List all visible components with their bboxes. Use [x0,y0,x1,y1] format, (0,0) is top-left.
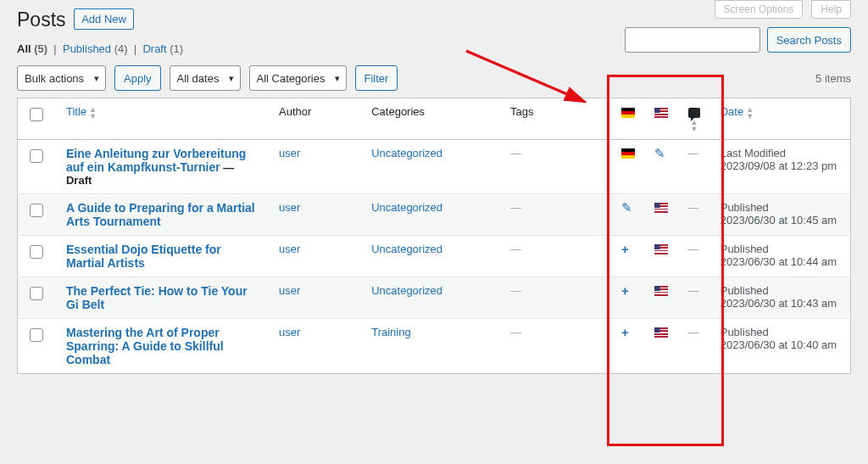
col-lang-us[interactable] [646,98,679,140]
comments-value: — [688,147,699,159]
tags-value: — [510,201,521,214]
tags-value: — [510,243,521,255]
row-checkbox[interactable] [30,328,43,342]
flag-de-icon [621,148,635,159]
flag-de-icon [621,108,635,118]
table-row: Essential Dojo Etiquette for Martial Art… [18,235,851,277]
sort-icon: ▲▼ [746,106,754,120]
col-categories[interactable]: Categories [363,98,502,140]
lang-us-cell[interactable] [646,235,679,277]
category-link[interactable]: Uncategorized [371,201,442,214]
post-title-link[interactable]: The Perfect Tie: How to Tie Your Gi Belt [66,284,248,311]
col-comments[interactable]: ▲▼ [680,98,712,140]
row-checkbox[interactable] [30,204,43,217]
search-input[interactable] [625,27,760,53]
post-title-link[interactable]: Mastering the Art of Proper Sparring: A … [66,326,224,366]
lang-de-cell[interactable]: + [613,277,646,318]
date-cell: Published2023/06/30 at 10:43 am [712,277,851,318]
lang-us-cell[interactable]: ✎ [646,139,679,193]
col-lang-de[interactable] [613,98,646,140]
filter-draft[interactable]: Draft (1) [142,42,183,55]
posts-table: Title▲▼ Author Categories Tags ▲▼ Date▲▼… [17,98,851,374]
lang-de-cell[interactable] [613,139,646,193]
author-link[interactable]: user [279,243,300,255]
lang-de-cell[interactable]: ✎ [613,193,646,235]
category-link[interactable]: Uncategorized [371,243,442,255]
date-cell: Last Modified2023/09/08 at 12:23 pm [712,139,851,193]
col-author[interactable]: Author [270,98,363,140]
filter-button[interactable]: Filter [355,65,398,91]
item-count: 5 items [815,72,851,85]
post-title-link[interactable]: Eine Anleitung zur Vorbereitung auf ein … [66,147,246,174]
author-link[interactable]: user [279,147,300,159]
row-checkbox[interactable] [30,287,43,300]
post-title-link[interactable]: A Guide to Preparing for a Martial Arts … [66,201,255,228]
row-checkbox[interactable] [30,245,43,259]
add-new-button[interactable]: Add New [74,8,134,30]
comments-value: — [688,326,699,338]
filter-published[interactable]: Published (4) [63,42,128,55]
select-all-checkbox[interactable] [30,108,43,121]
search-button[interactable]: Search Posts [767,27,851,53]
comments-value: — [688,201,699,214]
row-checkbox[interactable] [30,149,43,163]
author-link[interactable]: user [279,201,300,214]
pencil-icon[interactable]: ✎ [654,147,665,159]
page-title: Posts [17,8,66,31]
flag-us-icon [654,203,668,213]
lang-us-cell[interactable] [646,318,679,373]
table-row: Eine Anleitung zur Vorbereitung auf ein … [18,139,851,193]
plus-icon[interactable]: + [621,243,629,255]
date-cell: Published2023/06/30 at 10:44 am [712,235,851,277]
lang-us-cell[interactable] [646,193,679,235]
tags-value: — [510,284,521,297]
author-link[interactable]: user [279,326,300,338]
filter-all[interactable]: All (5) [17,42,47,55]
sort-icon: ▲▼ [89,106,97,120]
flag-us-icon [654,286,668,296]
category-filter-select[interactable]: All Categories [249,65,347,91]
comments-value: — [688,284,699,297]
plus-icon[interactable]: + [621,284,629,297]
col-tags[interactable]: Tags [502,98,613,140]
flag-us-icon [654,244,668,254]
help-button[interactable]: Help [811,0,851,19]
plus-icon[interactable]: + [621,326,629,338]
lang-us-cell[interactable] [646,277,679,318]
flag-us-icon [654,108,668,118]
table-row: A Guide to Preparing for a Martial Arts … [18,193,851,235]
table-row: Mastering the Art of Proper Sparring: A … [18,318,851,373]
bulk-actions-select[interactable]: Bulk actions [17,65,106,91]
comments-value: — [688,243,699,255]
col-title[interactable]: Title▲▼ [58,98,270,140]
tags-value: — [510,147,521,159]
tags-value: — [510,326,521,338]
flag-us-icon [654,327,668,338]
category-link[interactable]: Training [371,326,410,338]
post-title-link[interactable]: Essential Dojo Etiquette for Martial Art… [66,243,221,270]
lang-de-cell[interactable]: + [613,235,646,277]
author-link[interactable]: user [279,284,300,297]
table-row: The Perfect Tie: How to Tie Your Gi Belt… [18,277,851,318]
category-link[interactable]: Uncategorized [371,284,442,297]
lang-de-cell[interactable]: + [613,318,646,373]
date-cell: Published2023/06/30 at 10:45 am [712,193,851,235]
col-date[interactable]: Date▲▼ [712,98,851,140]
pencil-icon[interactable]: ✎ [621,201,632,214]
comment-icon [688,108,700,118]
date-filter-select[interactable]: All dates [170,65,241,91]
category-link[interactable]: Uncategorized [371,147,442,159]
screen-options-button[interactable]: Screen Options [715,0,804,19]
date-cell: Published2023/06/30 at 10:40 am [712,318,851,373]
apply-button[interactable]: Apply [114,65,161,91]
